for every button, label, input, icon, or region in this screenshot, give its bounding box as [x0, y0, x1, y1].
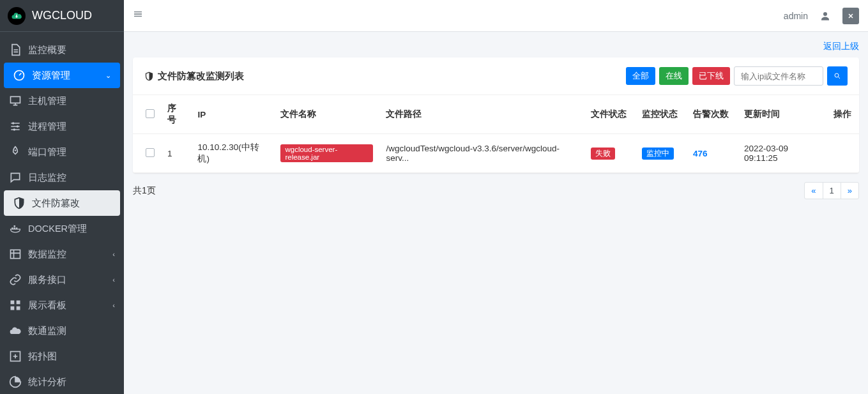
chevron-left-icon: ‹ [112, 301, 115, 309]
sidebar-item-8[interactable]: 数据监控‹ [0, 241, 124, 267]
filter-offline-button[interactable]: 已下线 [692, 67, 730, 85]
sidebar-item-label: 展示看板 [28, 299, 66, 312]
page-next[interactable]: » [841, 182, 859, 199]
svg-rect-13 [11, 307, 15, 310]
file-icon [9, 43, 22, 56]
sidebar-item-2[interactable]: 主机管理 [0, 88, 124, 114]
user-icon[interactable] [817, 8, 834, 24]
col-actions: 操作 [827, 95, 859, 134]
col-alarmcount: 告警次数 [687, 95, 738, 134]
cell-filepath: /wgcloudTest/wgcloud-v3.3.6/server/wgclo… [379, 134, 584, 173]
cell-ip: 10.10.2.30(中转机) [191, 134, 274, 173]
sidebar-item-3[interactable]: 进程管理 [0, 114, 124, 139]
svg-rect-11 [11, 301, 15, 305]
data-table: 序号 IP 文件名称 文件路径 文件状态 监控状态 告警次数 更新时间 操作 [133, 95, 859, 173]
back-link[interactable]: 返回上级 [823, 41, 859, 51]
sidebar-item-label: 数据监控 [28, 248, 66, 261]
grid-icon [9, 299, 22, 312]
cell-monitorstatus: 监控中 [642, 148, 674, 160]
sidebar-menu: 监控概要资源管理⌄主机管理进程管理端口管理日志监控文件防篡改DOCKER管理数据… [0, 32, 124, 394]
docker-icon [9, 222, 22, 235]
cloud-icon [9, 324, 22, 337]
sidebar-item-label: 资源管理 [32, 70, 70, 82]
sidebar-item-5[interactable]: 日志监控 [0, 165, 124, 190]
cell-updated: 2022-03-09 09:11:25 [738, 134, 827, 173]
close-icon[interactable] [842, 8, 859, 24]
col-filename: 文件名称 [274, 95, 379, 134]
rocket-icon [9, 146, 22, 158]
sidebar-item-label: 服务接口 [28, 274, 66, 286]
sidebar-item-1[interactable]: 资源管理⌄ [4, 63, 120, 88]
col-updated: 更新时间 [738, 95, 827, 134]
sidebar-item-label: 文件防篡改 [32, 197, 80, 209]
main: admin 返回上级 文件防篡改监测列表 [124, 0, 868, 394]
page-info: 共1页 [133, 185, 156, 197]
sidebar-item-label: 拓扑图 [28, 351, 57, 363]
plus-square-icon [9, 350, 22, 363]
svg-rect-10 [11, 250, 20, 258]
link-icon [9, 273, 22, 286]
search-button[interactable] [827, 66, 848, 86]
sidebar-item-label: 统计分析 [28, 376, 66, 388]
col-filepath: 文件路径 [379, 95, 584, 134]
username[interactable]: admin [784, 11, 808, 21]
topbar: admin [124, 0, 868, 32]
svg-rect-9 [14, 225, 16, 227]
chevron-left-icon: ‹ [112, 250, 115, 258]
card-title-text: 文件防篡改监测列表 [158, 70, 244, 82]
sliders-icon [9, 120, 22, 133]
select-all-checkbox[interactable] [146, 109, 155, 118]
cell-alarmcount[interactable]: 476 [693, 149, 708, 158]
svg-rect-12 [17, 301, 20, 305]
table-row: 1 10.10.2.30(中转机) wgcloud-server-release… [133, 134, 859, 173]
brand[interactable]: WGCLOUD [0, 0, 124, 32]
sidebar-item-13[interactable]: 统计分析 [0, 369, 124, 394]
page-prev[interactable]: « [804, 182, 823, 199]
sidebar-item-7[interactable]: DOCKER管理 [0, 216, 124, 241]
col-ip: IP [191, 95, 274, 134]
sidebar-item-label: 进程管理 [28, 121, 66, 133]
chevron-left-icon: ‹ [112, 276, 115, 284]
sidebar-item-label: DOCKER管理 [28, 223, 87, 235]
sidebar-item-0[interactable]: 监控概要 [0, 37, 124, 63]
menu-toggle-icon[interactable] [133, 9, 143, 22]
shield-icon [144, 72, 154, 81]
filter-online-button[interactable]: 在线 [659, 67, 689, 85]
page-current[interactable]: 1 [823, 182, 841, 199]
row-checkbox[interactable] [146, 148, 155, 157]
search-icon [834, 72, 841, 80]
pagination: « 1 » [804, 182, 859, 199]
sidebar-item-11[interactable]: 数通监测 [0, 318, 124, 344]
sidebar-item-12[interactable]: 拓扑图 [0, 344, 124, 369]
dashboard-icon [13, 69, 26, 82]
sidebar-item-6[interactable]: 文件防篡改 [4, 190, 120, 216]
content: 返回上级 文件防篡改监测列表 全部 在线 已下线 [124, 32, 868, 394]
svg-point-18 [823, 12, 827, 16]
desktop-icon [9, 95, 22, 107]
cell-filestatus: 失败 [591, 148, 615, 160]
sidebar-item-9[interactable]: 服务接口‹ [0, 267, 124, 292]
search-input[interactable] [734, 66, 823, 86]
svg-point-19 [835, 73, 839, 77]
sidebar-item-label: 监控概要 [28, 44, 66, 56]
cell-filename[interactable]: wgcloud-server-release.jar [280, 144, 373, 162]
comment-icon [9, 171, 22, 184]
svg-point-5 [15, 149, 17, 151]
sidebar-item-label: 数通监测 [28, 325, 66, 337]
svg-rect-14 [17, 307, 20, 310]
table-header-row: 序号 IP 文件名称 文件路径 文件状态 监控状态 告警次数 更新时间 操作 [133, 95, 859, 134]
card-header: 文件防篡改监测列表 全部 在线 已下线 [133, 57, 859, 95]
pie-icon [9, 375, 22, 388]
filter-all-button[interactable]: 全部 [626, 67, 655, 85]
svg-point-2 [12, 122, 14, 124]
sidebar-item-label: 端口管理 [28, 146, 66, 158]
table-icon [9, 248, 22, 261]
svg-point-4 [13, 128, 15, 130]
sidebar-item-4[interactable]: 端口管理 [0, 139, 124, 165]
sidebar-item-10[interactable]: 展示看板‹ [0, 292, 124, 318]
col-filestatus: 文件状态 [584, 95, 636, 134]
card-title: 文件防篡改监测列表 [144, 70, 244, 82]
sidebar-item-label: 主机管理 [28, 95, 66, 107]
brand-text: WGCLOUD [32, 9, 92, 22]
svg-rect-1 [11, 96, 20, 103]
